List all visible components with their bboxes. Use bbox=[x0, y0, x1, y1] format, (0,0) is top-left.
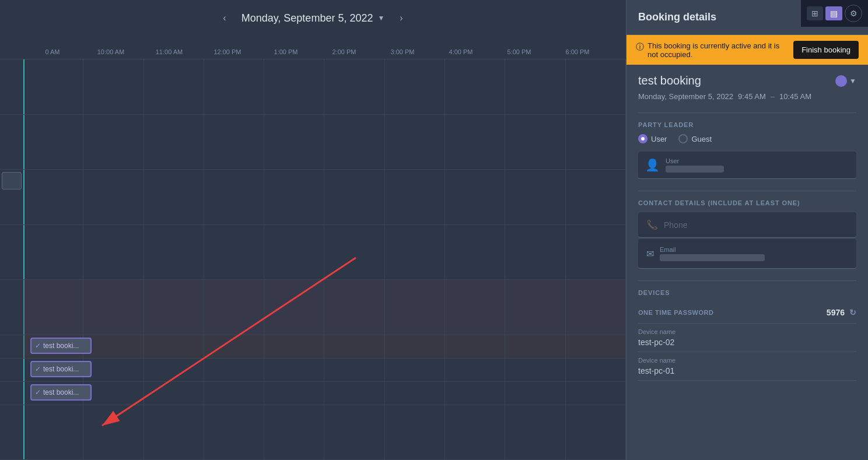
cell bbox=[324, 225, 384, 280]
cell bbox=[83, 359, 144, 381]
row-label-1 bbox=[0, 59, 23, 114]
email-field[interactable]: ✉ Email bbox=[638, 239, 856, 269]
booking-title-row: test booking ▼ bbox=[638, 74, 856, 87]
row-label-6 bbox=[0, 405, 23, 460]
cell bbox=[264, 115, 324, 170]
cell bbox=[264, 359, 324, 381]
party-leader-label: PARTY LEADER bbox=[638, 121, 856, 128]
calendar-header: ‹ Monday, September 5, 2022 ▼ › bbox=[0, 0, 626, 36]
time-slot-3pm: 3:00 PM bbox=[373, 48, 432, 55]
cell bbox=[144, 280, 204, 335]
cell bbox=[505, 382, 565, 405]
grid-row-1 bbox=[0, 59, 626, 115]
cell bbox=[204, 405, 264, 460]
row-cells-4 bbox=[23, 225, 626, 280]
cell bbox=[385, 59, 445, 114]
booking-time-end: 10:45 AM bbox=[779, 92, 811, 101]
cell bbox=[204, 225, 264, 280]
booking-item-1[interactable]: ✓ test booki... bbox=[30, 338, 92, 354]
alert-text: ⓘ This booking is currently active and i… bbox=[636, 41, 786, 59]
top-bar: ⊞ ▤ ⚙ bbox=[801, 0, 868, 27]
time-slot-12pm: 12:00 PM bbox=[198, 48, 257, 55]
cell bbox=[445, 280, 505, 335]
cell bbox=[23, 115, 83, 170]
devices-label: DEVICES bbox=[638, 289, 856, 296]
phone-icon: 📞 bbox=[646, 219, 658, 230]
radio-guest-label: Guest bbox=[691, 135, 712, 143]
settings-button[interactable]: ⚙ bbox=[845, 5, 862, 22]
cell bbox=[204, 170, 264, 224]
row-label-3 bbox=[0, 170, 23, 224]
cell bbox=[83, 115, 144, 170]
cell bbox=[505, 170, 565, 224]
date-chevron-icon: ▼ bbox=[377, 14, 384, 22]
cell bbox=[264, 405, 324, 460]
booking-label-2: test booki... bbox=[43, 365, 79, 373]
grid-row-booking-2: ✓ test booki... bbox=[0, 359, 626, 382]
party-leader-section: PARTY LEADER User Guest bbox=[638, 121, 856, 143]
user-field[interactable]: 👤 User bbox=[638, 152, 856, 179]
grid-row-5 bbox=[0, 280, 626, 335]
cell bbox=[324, 335, 384, 358]
radio-user-option[interactable]: User bbox=[638, 134, 667, 143]
cell bbox=[566, 170, 626, 224]
booking-time-start: 9:45 AM bbox=[738, 92, 766, 101]
cell bbox=[324, 405, 384, 460]
cell bbox=[385, 115, 445, 170]
finish-booking-button[interactable]: Finish booking bbox=[793, 41, 859, 59]
status-dropdown-icon[interactable]: ▼ bbox=[849, 77, 856, 85]
cell bbox=[324, 59, 384, 114]
device-name-row-1: Device name test-pc-02 bbox=[638, 324, 856, 352]
grid-row-booking-1: ✓ test booki... bbox=[0, 335, 626, 359]
cell bbox=[445, 59, 505, 114]
cell bbox=[385, 280, 445, 335]
cell bbox=[83, 335, 144, 358]
phone-field[interactable]: 📞 Phone bbox=[638, 212, 856, 238]
cell bbox=[505, 115, 565, 170]
prev-day-button[interactable]: ‹ bbox=[217, 10, 232, 26]
time-slot-4pm: 4:00 PM bbox=[432, 48, 490, 55]
grid-view-button[interactable]: ⊞ bbox=[807, 6, 823, 20]
booking-item-3[interactable]: ✓ test booki... bbox=[30, 384, 92, 401]
otp-value: 5976 bbox=[827, 308, 845, 317]
cell bbox=[264, 280, 324, 335]
party-leader-radio-group: User Guest bbox=[638, 134, 856, 143]
cell bbox=[505, 405, 565, 460]
cell bbox=[566, 359, 626, 381]
refresh-icon[interactable]: ↻ bbox=[849, 308, 856, 317]
radio-guest-option[interactable]: Guest bbox=[678, 134, 712, 143]
booking-item-2[interactable]: ✓ test booki... bbox=[30, 361, 92, 377]
cell bbox=[566, 405, 626, 460]
cell bbox=[324, 382, 384, 405]
status-wrapper: ▼ bbox=[835, 75, 856, 87]
cell bbox=[566, 335, 626, 358]
cell bbox=[445, 115, 505, 170]
next-day-button[interactable]: › bbox=[394, 10, 408, 26]
booking-panel: Booking details × ⓘ This booking is curr… bbox=[626, 0, 868, 460]
email-value-blurred bbox=[660, 254, 765, 261]
radio-user-label: User bbox=[651, 135, 667, 143]
time-slot-6pm: 6:00 PM bbox=[548, 48, 607, 55]
radio-user-inner bbox=[641, 137, 645, 141]
cell bbox=[324, 280, 384, 335]
email-label-small: Email bbox=[660, 246, 848, 253]
cell bbox=[83, 170, 144, 224]
date-label: Monday, September 5, 2022 ▼ bbox=[242, 12, 385, 24]
list-view-button[interactable]: ▤ bbox=[825, 6, 842, 20]
grid-rows: ✓ test booki... bbox=[0, 59, 626, 460]
cell bbox=[324, 115, 384, 170]
check-icon: ✓ bbox=[35, 342, 41, 350]
time-slot-5pm: 5:00 PM bbox=[490, 48, 548, 55]
cell bbox=[23, 280, 83, 335]
cell bbox=[83, 382, 144, 405]
row-cells-6 bbox=[23, 405, 626, 460]
otp-value-wrapper: 5976 ↻ bbox=[827, 308, 856, 317]
booking-date: Monday, September 5, 2022 bbox=[638, 92, 733, 101]
cell bbox=[144, 170, 204, 224]
user-avatar-icon: 👤 bbox=[645, 158, 660, 172]
alert-icon: ⓘ bbox=[636, 42, 644, 52]
time-separator: – bbox=[771, 92, 775, 101]
devices-section: DEVICES ONE TIME PASSWORD 5976 ↻ Device … bbox=[638, 289, 856, 381]
status-dot bbox=[835, 75, 847, 87]
divider-3 bbox=[638, 280, 856, 281]
